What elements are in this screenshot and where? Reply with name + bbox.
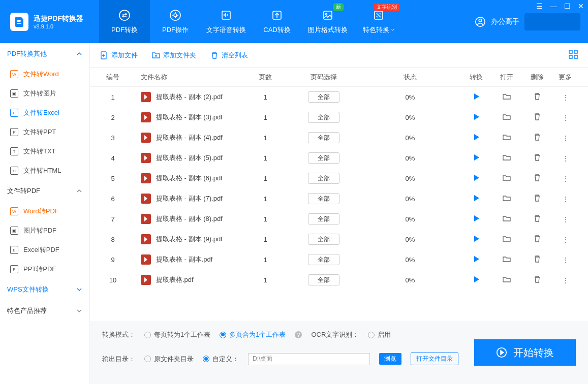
page-select-button[interactable]: 全部: [308, 173, 339, 184]
open-button[interactable]: [491, 153, 522, 163]
help-icon[interactable]: ?: [295, 331, 302, 338]
page-select-button[interactable]: 全部: [308, 152, 339, 164]
start-button[interactable]: 开始转换: [474, 339, 576, 366]
page-select-button[interactable]: 全部: [308, 274, 339, 285]
menu-icon[interactable]: ☰: [536, 2, 543, 10]
output-path-input[interactable]: [248, 353, 370, 365]
sidebar-group[interactable]: 特色产品推荐: [0, 300, 89, 322]
delete-button[interactable]: [522, 215, 552, 223]
more-button[interactable]: ⋮: [552, 256, 578, 264]
sidebar-item[interactable]: P文件转PPT: [0, 122, 89, 142]
add-file-button[interactable]: 添加文件: [100, 51, 138, 60]
tab-CAD转换[interactable]: CAD转换: [252, 0, 302, 43]
cell-pages: 1: [242, 134, 288, 142]
tab-PDF操作[interactable]: PDF操作: [150, 0, 201, 43]
delete-button[interactable]: [522, 235, 552, 244]
delete-button[interactable]: [522, 276, 552, 284]
browse-button[interactable]: 浏览: [379, 353, 401, 365]
sidebar-item[interactable]: T文件转TXT: [0, 142, 89, 161]
sidebar-group[interactable]: WPS文件转换: [0, 279, 89, 300]
convert-button[interactable]: [461, 195, 491, 203]
cell-select: 全部: [288, 113, 359, 122]
page-select-button[interactable]: 全部: [308, 193, 339, 204]
minimize-icon[interactable]: —: [550, 2, 557, 10]
pdf-icon: [141, 112, 151, 122]
convert-button[interactable]: [461, 134, 491, 142]
more-button[interactable]: ⋮: [552, 276, 578, 284]
open-button[interactable]: [491, 214, 522, 224]
delete-button[interactable]: [522, 154, 552, 163]
user-badge[interactable]: [524, 13, 580, 30]
chevron-icon: [76, 308, 82, 314]
more-button[interactable]: ⋮: [552, 175, 578, 182]
delete-button[interactable]: [522, 174, 552, 183]
tab-文字语音转换[interactable]: 文字语音转换: [201, 0, 252, 43]
sidebar-group[interactable]: PDF转换其他: [0, 43, 89, 65]
maximize-icon[interactable]: ☐: [564, 2, 571, 10]
more-button[interactable]: ⋮: [552, 114, 578, 121]
open-button[interactable]: [491, 255, 522, 265]
cell-select: 全部: [288, 255, 359, 264]
delete-button[interactable]: [522, 93, 552, 102]
open-button[interactable]: [491, 174, 522, 183]
page-select-button[interactable]: 全部: [308, 234, 339, 245]
delete-button[interactable]: [522, 134, 552, 142]
tab-特色转换[interactable]: 文字识别特色转换: [353, 0, 404, 43]
sidebar-item[interactable]: ▣文件转图片: [0, 84, 89, 103]
convert-button[interactable]: [461, 113, 491, 122]
convert-button[interactable]: [461, 93, 491, 102]
sidebar-group[interactable]: 文件转PDF: [0, 180, 89, 202]
sidebar-item[interactable]: ▣图片转PDF: [0, 221, 89, 240]
output-option-1[interactable]: 原文件夹目录: [144, 355, 194, 364]
open-button[interactable]: [491, 113, 522, 122]
output-option-2[interactable]: 自定义：: [203, 355, 239, 364]
add-folder-button[interactable]: 添加文件夹: [152, 51, 196, 60]
open-button[interactable]: [491, 92, 522, 102]
mode-option-1[interactable]: 每页转为1个工作表: [144, 330, 210, 339]
more-button[interactable]: ⋮: [552, 195, 578, 203]
delete-button[interactable]: [522, 255, 552, 264]
cell-num: 3: [100, 134, 126, 142]
convert-button[interactable]: [461, 154, 491, 163]
page-select-button[interactable]: 全部: [308, 132, 339, 143]
page-select-button[interactable]: 全部: [308, 112, 339, 123]
sidebar-item[interactable]: WWord转PDF: [0, 202, 89, 221]
more-button[interactable]: ⋮: [552, 215, 578, 223]
tab-PDF转换[interactable]: PDF转换: [99, 0, 150, 43]
sidebar-item[interactable]: W文件转Word: [0, 65, 89, 84]
more-button[interactable]: ⋮: [552, 93, 578, 101]
open-button[interactable]: [491, 194, 522, 204]
grid-view-icon[interactable]: [569, 50, 578, 61]
page-select-button[interactable]: 全部: [308, 213, 339, 225]
convert-button[interactable]: [461, 276, 491, 284]
sidebar-item[interactable]: EExcel转PDF: [0, 240, 89, 260]
delete-button[interactable]: [522, 195, 552, 203]
sidebar-item[interactable]: E文件转Excel: [0, 103, 89, 122]
page-select-button[interactable]: 全部: [308, 254, 339, 265]
clear-list-button[interactable]: 清空列表: [210, 51, 248, 60]
page-select-button[interactable]: 全部: [308, 91, 339, 103]
convert-button[interactable]: [461, 255, 491, 264]
sidebar-item[interactable]: H文件转HTML: [0, 161, 89, 180]
mode-option-2[interactable]: 多页合为1个工作表: [220, 330, 286, 339]
close-icon[interactable]: ✕: [578, 2, 584, 10]
convert-button[interactable]: [461, 215, 491, 223]
delete-button[interactable]: [522, 113, 552, 122]
table-row: 3 提取表格 - 副本 (4).pdf 1 全部 0% ⋮: [100, 127, 578, 148]
tab-图片格式转换[interactable]: 新图片格式转换: [302, 0, 353, 43]
convert-button[interactable]: [461, 174, 491, 183]
open-button[interactable]: [491, 275, 522, 285]
open-button[interactable]: [491, 133, 522, 143]
convert-button[interactable]: [461, 235, 491, 244]
open-dir-button[interactable]: 打开文件目录: [411, 353, 458, 365]
more-button[interactable]: ⋮: [552, 236, 578, 243]
sidebar-item[interactable]: PPPT转PDF: [0, 260, 89, 279]
user-name: 办公高手: [491, 17, 519, 26]
cell-name: 提取表格 - 副本 (9).pdf: [126, 234, 242, 244]
open-button[interactable]: [491, 235, 522, 244]
table-row: 1 提取表格 - 副本 (2).pdf 1 全部 0% ⋮: [100, 87, 578, 107]
ocr-enable[interactable]: 启用: [368, 330, 391, 339]
more-button[interactable]: ⋮: [552, 134, 578, 142]
more-button[interactable]: ⋮: [552, 154, 578, 162]
sidebar-item-label: 文件转PPT: [23, 127, 56, 137]
